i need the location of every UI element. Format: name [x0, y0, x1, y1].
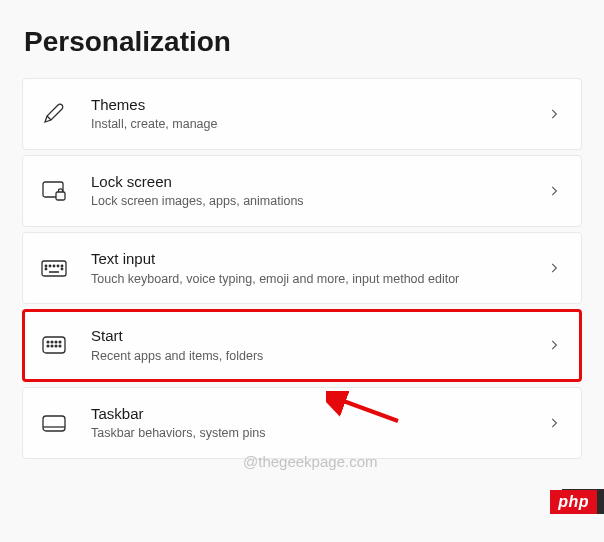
svg-point-15: [59, 342, 61, 344]
svg-point-18: [55, 346, 57, 348]
setting-item-themes[interactable]: Themes Install, create, manage: [22, 78, 582, 150]
svg-point-5: [53, 266, 55, 268]
page-title: Personalization: [0, 0, 604, 78]
svg-point-7: [61, 266, 63, 268]
item-subtitle: Lock screen images, apps, animations: [91, 193, 537, 210]
chevron-right-icon: [547, 416, 561, 430]
item-subtitle: Recent apps and items, folders: [91, 348, 537, 365]
svg-point-12: [47, 342, 49, 344]
svg-point-8: [45, 269, 47, 271]
settings-list: Themes Install, create, manage Lock scre…: [0, 78, 604, 459]
svg-point-9: [61, 269, 63, 271]
item-text: Text input Touch keyboard, voice typing,…: [91, 249, 547, 287]
svg-point-3: [45, 266, 47, 268]
svg-rect-11: [43, 337, 65, 353]
svg-point-14: [55, 342, 57, 344]
item-subtitle: Taskbar behaviors, system pins: [91, 425, 537, 442]
item-title: Start: [91, 326, 537, 346]
pen-icon: [41, 101, 67, 127]
svg-point-19: [59, 346, 61, 348]
item-text: Taskbar Taskbar behaviors, system pins: [91, 404, 547, 442]
php-badge: php: [550, 490, 597, 514]
lock-screen-icon: [41, 178, 67, 204]
setting-item-lock-screen[interactable]: Lock screen Lock screen images, apps, an…: [22, 155, 582, 227]
svg-point-4: [49, 266, 51, 268]
svg-point-17: [51, 346, 53, 348]
item-text: Themes Install, create, manage: [91, 95, 547, 133]
keyboard-icon: [41, 255, 67, 281]
item-title: Taskbar: [91, 404, 537, 424]
chevron-right-icon: [547, 338, 561, 352]
svg-point-6: [57, 266, 59, 268]
taskbar-icon: [41, 410, 67, 436]
setting-item-taskbar[interactable]: Taskbar Taskbar behaviors, system pins: [22, 387, 582, 459]
svg-rect-20: [43, 416, 65, 431]
svg-rect-1: [56, 192, 65, 200]
start-icon: [41, 332, 67, 358]
chevron-right-icon: [547, 184, 561, 198]
item-title: Themes: [91, 95, 537, 115]
item-subtitle: Install, create, manage: [91, 116, 537, 133]
setting-item-text-input[interactable]: Text input Touch keyboard, voice typing,…: [22, 232, 582, 304]
item-text: Lock screen Lock screen images, apps, an…: [91, 172, 547, 210]
item-text: Start Recent apps and items, folders: [91, 326, 547, 364]
svg-point-16: [47, 346, 49, 348]
chevron-right-icon: [547, 107, 561, 121]
setting-item-start[interactable]: Start Recent apps and items, folders: [22, 309, 582, 381]
chevron-right-icon: [547, 261, 561, 275]
svg-point-13: [51, 342, 53, 344]
item-title: Text input: [91, 249, 537, 269]
item-subtitle: Touch keyboard, voice typing, emoji and …: [91, 271, 537, 288]
item-title: Lock screen: [91, 172, 537, 192]
